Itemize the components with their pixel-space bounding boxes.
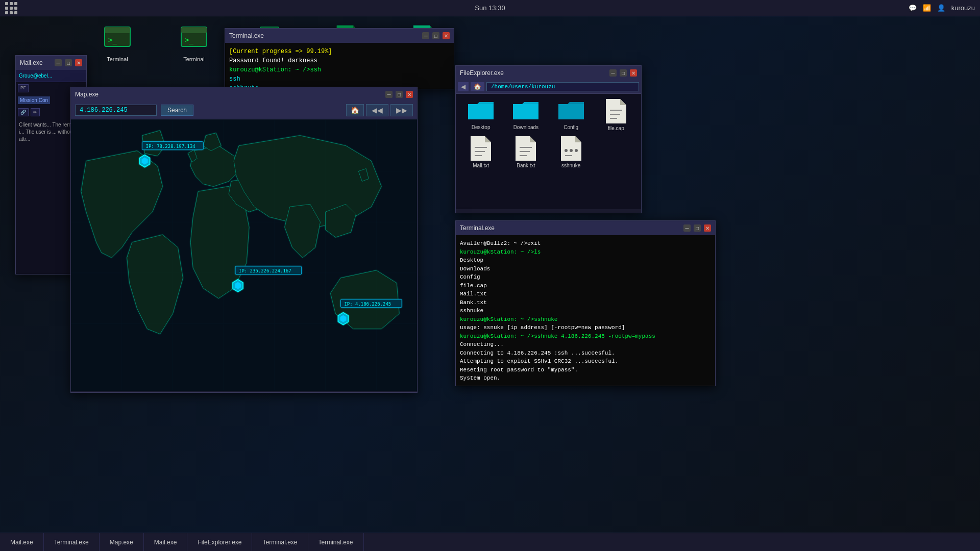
terminal2-minimize[interactable]: ─ [683, 224, 691, 232]
svg-marker-45 [530, 136, 536, 142]
t2-l17: System open. [460, 374, 711, 383]
file-item-filecap[interactable]: file.cap [596, 99, 636, 131]
svg-point-53 [575, 149, 578, 152]
file-item-config[interactable]: Config [551, 99, 591, 131]
taskbar-mail-exe-2[interactable]: Mail.exe [144, 533, 188, 551]
mail-window-controls: ─ □ ✕ [55, 59, 82, 66]
terminal2-maximize[interactable]: □ [694, 224, 701, 232]
folder-downloads-icon [513, 99, 538, 122]
file-label-config: Config [564, 124, 578, 130]
explorer-path-input[interactable] [486, 82, 639, 91]
taskbar-mail-exe[interactable]: Mail.exe [0, 533, 44, 551]
map-forward-btn[interactable]: ▶▶ [390, 104, 413, 116]
file-item-mailtxt[interactable]: Mail.txt [461, 136, 501, 168]
mail-mission-nav[interactable]: Mission Con [18, 96, 50, 104]
svg-text:>_: >_ [185, 36, 193, 44]
explorer-home-btn[interactable]: 🏠 [471, 82, 484, 91]
explorer-minimize[interactable]: ─ [609, 69, 617, 77]
svg-rect-4 [181, 27, 207, 33]
file-item-downloads[interactable]: Downloads [506, 99, 546, 131]
map-titlebar[interactable]: Map.exe ─ □ ✕ [71, 87, 417, 102]
system-clock: Sun 13:30 [475, 4, 505, 12]
t2-l12: kurouzu@kStation: ~ />sshnuke 4.186.226.… [460, 332, 711, 341]
file-label-banktxt: Bank.txt [517, 163, 535, 168]
doc-banktxt-icon [516, 136, 536, 161]
explorer-back-btn[interactable]: ◀ [458, 82, 469, 91]
file-label-desktop: Desktop [472, 124, 491, 130]
taskbar-top-right: 💬 📶 👤 kurouzu [909, 4, 975, 12]
terminal1-minimize[interactable]: ─ [422, 32, 429, 39]
apps-grid-icon[interactable] [5, 2, 17, 14]
svg-marker-35 [620, 99, 626, 105]
map-ip-input[interactable] [75, 105, 157, 116]
explorer-maximize[interactable]: □ [620, 69, 627, 77]
chat-icon[interactable]: 💬 [909, 4, 917, 12]
mail-folder-btn[interactable]: PF [18, 84, 29, 92]
terminal1-maximize[interactable]: □ [432, 32, 439, 39]
explorer-close[interactable]: ✕ [630, 69, 637, 77]
username-label: kurouzu [951, 4, 975, 12]
folder-desktop-icon [468, 99, 494, 122]
desktop-icon-label: Terminal [107, 56, 128, 62]
taskbar-top-left [5, 2, 17, 14]
explorer-body: Desktop Downloads Config [456, 94, 641, 209]
terminal2-titlebar[interactable]: Terminal.exe ─ □ ✕ [456, 221, 715, 235]
file-item-sshnuke[interactable]: sshnuke [551, 136, 591, 168]
explorer-controls: ─ □ ✕ [609, 69, 637, 77]
taskbar-terminal-exe-2[interactable]: Terminal.exe [252, 533, 308, 551]
svg-rect-1 [105, 27, 130, 33]
svg-marker-40 [485, 136, 491, 142]
terminal2-body[interactable]: Avaller@Bullz2: ~ />exit kurouzu@kStatio… [456, 235, 715, 386]
t2-l1: Avaller@Bullz2: ~ />exit [460, 239, 711, 248]
t2-l14: Connecting to 4.186.226.245 :ssh ...succ… [460, 349, 711, 358]
file-label-mailtxt: Mail.txt [473, 163, 489, 168]
svg-text:>_: >_ [108, 36, 117, 44]
terminal2-icon: >_ [179, 23, 209, 54]
map-maximize[interactable]: □ [396, 91, 403, 98]
terminal1-line3: kurouzu@kStation: ~ />ssh [229, 65, 450, 74]
terminal1-body[interactable]: [Current progress => 99.19%] Password fo… [225, 43, 454, 89]
mail-close-btn[interactable]: ✕ [75, 59, 82, 66]
file-item-banktxt[interactable]: Bank.txt [506, 136, 546, 168]
mail-link-btn[interactable]: 🔗 [18, 108, 29, 116]
taskbar-map-exe[interactable]: Map.exe [100, 533, 144, 551]
terminal1-line1: [Current progress => 99.19%] [229, 47, 450, 56]
map-search-btn[interactable]: Search [161, 105, 193, 116]
svg-text:IP: 4.186.226.245: IP: 4.186.226.245 [344, 302, 391, 307]
t2-l4: Downloads [460, 265, 711, 273]
terminal1-title: Terminal.exe [229, 32, 264, 39]
desktop-icon-terminal2[interactable]: >_ Terminal [179, 23, 209, 62]
taskbar-terminal-exe-3[interactable]: Terminal.exe [308, 533, 364, 551]
t2-l6: file.cap [460, 282, 711, 290]
map-home-btn[interactable]: 🏠 [346, 104, 364, 116]
terminal2-close[interactable]: ✕ [704, 224, 711, 232]
terminal1-close[interactable]: ✕ [443, 32, 450, 39]
explorer-titlebar[interactable]: FileExplorer.exe ─ □ ✕ [456, 66, 641, 80]
mail-edit-btn[interactable]: ✏ [31, 108, 40, 116]
mail-minimize-btn[interactable]: ─ [55, 59, 62, 66]
taskbar-terminal-exe-1[interactable]: Terminal.exe [44, 533, 100, 551]
terminal1-titlebar[interactable]: Terminal.exe ─ □ ✕ [225, 29, 454, 43]
taskbar-top: Sun 13:30 💬 📶 👤 kurouzu [0, 0, 980, 16]
map-minimize[interactable]: ─ [385, 91, 393, 98]
map-controls: ─ □ ✕ [385, 91, 413, 98]
explorer-title: FileExplorer.exe [460, 69, 504, 77]
terminal1-line4: ssh [229, 74, 450, 84]
taskbar-fileexplorer-exe[interactable]: FileExplorer.exe [187, 533, 252, 551]
t2-l13: Connecting... [460, 340, 711, 349]
terminal2-window: Terminal.exe ─ □ ✕ Avaller@Bullz2: ~ />e… [455, 220, 716, 386]
mail-title: Mail.exe [20, 59, 43, 66]
map-back-btn[interactable]: ◀◀ [366, 104, 388, 116]
folder-config-icon [558, 99, 584, 122]
map-close[interactable]: ✕ [406, 91, 413, 98]
doc-filecap-icon [606, 99, 626, 123]
file-item-desktop[interactable]: Desktop [461, 99, 501, 131]
mail-maximize-btn[interactable]: □ [65, 59, 72, 66]
file-label-sshnuke: sshnuke [561, 163, 580, 168]
explorer-navbar: ◀ 🏠 [456, 80, 641, 94]
map-nav-buttons: 🏠 ◀◀ ▶▶ [346, 104, 413, 116]
desktop-icon-terminal1[interactable]: >_ Terminal [102, 23, 133, 62]
terminal1-controls: ─ □ ✕ [422, 32, 450, 39]
world-map-svg: IP: 78.228.197.134 IP: 235.226.224.167 I… [71, 119, 417, 391]
mail-titlebar[interactable]: Mail.exe ─ □ ✕ [16, 56, 86, 70]
